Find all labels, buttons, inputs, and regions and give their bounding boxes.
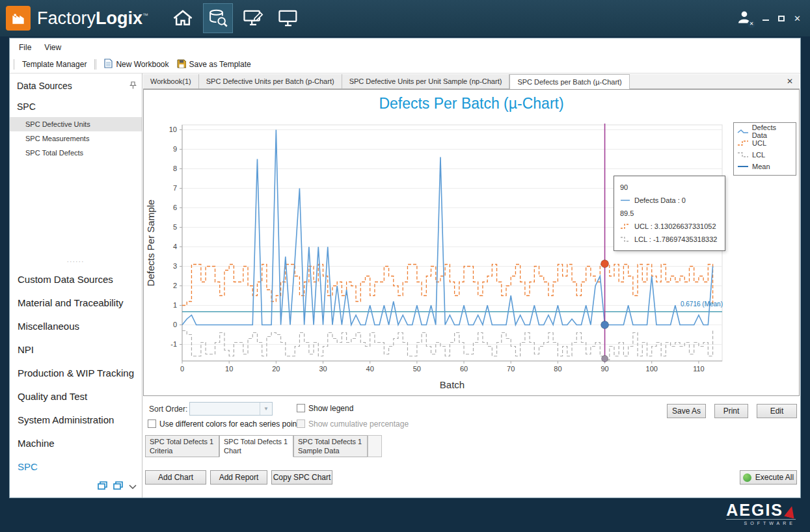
svg-text:5: 5 — [173, 223, 177, 231]
sidebar-section-custom-data-sources[interactable]: Custom Data Sources — [10, 269, 142, 292]
tab-np-chart[interactable]: SPC Defective Units per Unit Sample (np-… — [342, 74, 510, 88]
tab-p-chart[interactable]: SPC Defective Units per Batch (p-Chart) — [199, 74, 342, 88]
combo-arrow-icon: ▼ — [260, 403, 272, 415]
bottom-tab-sample-data[interactable]: SPC Total Defects 1 Sample Data — [293, 435, 368, 457]
save-as-template-button[interactable]: Save as Template — [173, 57, 255, 72]
execute-all-label: Execute All — [755, 471, 794, 484]
template-manager-button[interactable]: Template Manager — [18, 58, 90, 71]
save-icon — [177, 59, 186, 70]
dock-panel-icon[interactable] — [98, 481, 107, 492]
bottom-tab-criteria-line2: Criteria — [150, 446, 215, 455]
monitor-edit-icon[interactable] — [238, 3, 268, 33]
sidebar-section-production-wip[interactable]: Production & WIP Tracking — [10, 362, 142, 386]
execute-icon — [743, 473, 751, 482]
svg-text:2: 2 — [173, 282, 177, 289]
bottom-tab-stub — [368, 435, 382, 457]
sidebar-section-spc[interactable]: SPC — [10, 456, 142, 479]
chart-panel: Defects Per Batch (µ-Chart) -10123456789… — [143, 89, 800, 396]
sidebar-splitter[interactable]: ...... — [10, 254, 142, 269]
execute-all-button[interactable]: Execute All — [740, 470, 797, 485]
show-cumulative-label: Show cumulative percentage — [308, 419, 409, 429]
tooltip-x2-value: 89.5 — [620, 209, 634, 217]
sidebar-section-quality-test[interactable]: Quality and Test — [10, 386, 142, 409]
new-workbook-icon — [104, 59, 113, 70]
use-different-colors-checkbox[interactable]: Use different colors for each series poi… — [148, 419, 299, 429]
sidebar-section-system-administration[interactable]: System Administration — [10, 409, 142, 432]
tab-workbook-1[interactable]: Workbook(1) — [143, 74, 199, 88]
close-button[interactable]: ✕ — [794, 14, 801, 23]
sidebar-section-material-traceability[interactable]: Material and Traceability — [10, 292, 142, 315]
aegis-triangle-icon — [784, 505, 797, 518]
mean-line-sample-icon — [737, 163, 749, 170]
show-cumulative-checkbox: Show cumulative percentage — [297, 419, 409, 429]
svg-text:0: 0 — [173, 321, 177, 328]
monitor-icon[interactable] — [273, 3, 303, 33]
legend-label-ucl: UCL — [752, 139, 766, 147]
maximize-button[interactable] — [778, 16, 785, 21]
sidebar-section-machine[interactable]: Machine — [10, 432, 142, 456]
menu-file[interactable]: File — [19, 43, 31, 52]
aegis-logo: AEGIS SOFTWARE — [726, 502, 796, 525]
bottom-tab-criteria-line1: SPC Total Defects 1 — [150, 437, 215, 446]
data-sources-sidebar: Data Sources SPC SPC Defective Units SPC… — [10, 73, 142, 498]
sort-order-select[interactable]: ▼ — [189, 402, 273, 416]
svg-text:Batch: Batch — [440, 379, 465, 390]
chevron-down-icon[interactable] — [129, 481, 137, 492]
workbook-area: Workbook(1) SPC Defective Units per Batc… — [142, 73, 800, 498]
pin-icon[interactable] — [129, 81, 137, 91]
sidebar-item-spc-measurements[interactable]: SPC Measurements — [10, 131, 142, 146]
bottom-tab-sample-data-line2: Sample Data — [298, 446, 363, 455]
svg-text:80: 80 — [554, 365, 561, 373]
lcl-line-sample-icon — [737, 151, 749, 159]
svg-text:8: 8 — [173, 165, 177, 172]
tooltip-ucl-value: UCL : 3.13026637331052 — [634, 222, 716, 230]
minimize-button[interactable] — [763, 16, 769, 21]
sidebar-title: Data Sources — [17, 81, 72, 91]
menu-view[interactable]: View — [44, 43, 61, 52]
sidebar-section-npi[interactable]: NPI — [10, 339, 142, 362]
save-as-template-label: Save as Template — [189, 60, 251, 69]
defects-line-sample-icon — [737, 128, 749, 135]
svg-text:3: 3 — [173, 262, 177, 270]
data-analysis-icon[interactable] — [203, 3, 233, 33]
dock-panel-icon-2[interactable] — [113, 481, 123, 492]
add-chart-button[interactable]: Add Chart — [145, 470, 206, 485]
user-logout-icon[interactable]: ✕ — [736, 10, 752, 27]
menubar: File View — [10, 38, 800, 56]
tooltip-lcl-icon — [620, 235, 630, 243]
tooltip-lcl-value: LCL : -1.78697435318332 — [634, 235, 717, 243]
app-title: FactoryLogix™ — [37, 8, 148, 29]
sidebar-section-miscellaneous[interactable]: Miscellaneous — [10, 315, 142, 339]
bottom-tab-chart[interactable]: SPC Total Defects 1 Chart — [219, 435, 293, 457]
show-cumulative-box — [297, 419, 305, 428]
save-as-button[interactable]: Save As — [667, 404, 706, 418]
add-report-button[interactable]: Add Report — [210, 470, 267, 485]
sidebar-item-spc-total-defects[interactable]: SPC Total Defects — [10, 146, 142, 160]
show-legend-checkbox[interactable]: Show legend — [297, 404, 353, 413]
bottom-tab-criteria[interactable]: SPC Total Defects 1 Criteria — [145, 435, 219, 457]
aegis-subtitle-text: SOFTWARE — [726, 519, 796, 525]
trademark-symbol: ™ — [142, 12, 148, 19]
brand-light: Factory — [37, 8, 96, 28]
svg-text:1: 1 — [173, 301, 177, 309]
legend-label-defects: Defects Data — [752, 124, 792, 139]
sidebar-item-spc-defective-units[interactable]: SPC Defective Units — [10, 117, 142, 131]
svg-text:90: 90 — [601, 365, 608, 373]
print-button[interactable]: Print — [714, 404, 748, 418]
tab-close-icon[interactable]: ✕ — [780, 74, 800, 88]
aegis-brand-text: AEGIS — [726, 502, 783, 518]
home-icon[interactable] — [168, 3, 198, 33]
workbook-tabstrip: Workbook(1) SPC Defective Units per Batc… — [143, 74, 800, 89]
new-workbook-button[interactable]: New Workbook — [100, 57, 172, 72]
copy-spc-chart-button[interactable]: Copy SPC Chart — [271, 470, 332, 485]
svg-text:70: 70 — [507, 365, 515, 373]
use-different-colors-box[interactable] — [148, 419, 156, 428]
svg-text:10: 10 — [169, 126, 177, 133]
show-legend-box[interactable] — [297, 404, 305, 412]
legend-label-lcl: LCL — [752, 151, 765, 159]
mean-annotation: 0.6716 (Mean) — [661, 300, 723, 308]
tab-u-chart[interactable]: SPC Defects per Batch (µ-Chart) — [509, 74, 629, 89]
sidebar-group-spc[interactable]: SPC — [10, 96, 142, 117]
tooltip-ucl-icon — [620, 222, 630, 230]
edit-button[interactable]: Edit — [757, 404, 797, 418]
